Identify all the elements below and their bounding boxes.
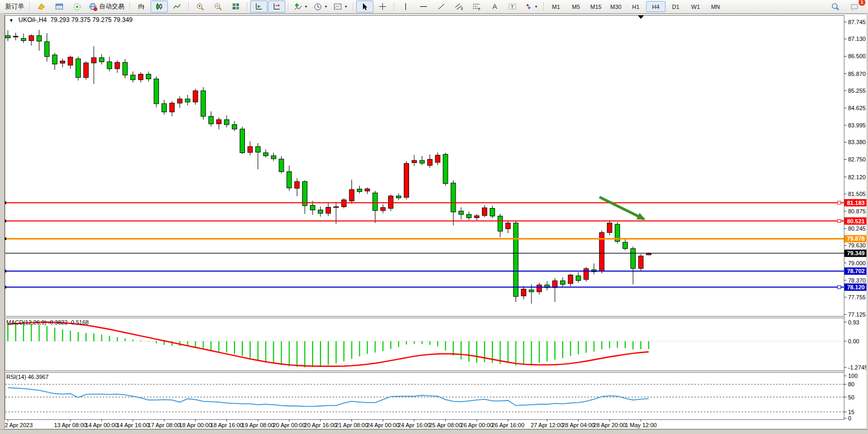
- fibonacci-icon[interactable]: F: [468, 1, 486, 13]
- svg-text:100: 100: [848, 373, 858, 379]
- vertical-line-icon[interactable]: [397, 1, 414, 13]
- tile-windows-icon[interactable]: [227, 1, 244, 13]
- text-label-icon[interactable]: T: [504, 1, 521, 13]
- svg-text:50: 50: [848, 394, 854, 400]
- candle-body: [357, 189, 362, 192]
- candle-body: [107, 62, 112, 69]
- svg-text:82.120: 82.120: [848, 174, 866, 180]
- chart-menu-toggle-icon[interactable]: ▼: [9, 18, 14, 23]
- equidistant-channel-icon[interactable]: E: [451, 1, 468, 13]
- tf-m1-button[interactable]: M1: [546, 1, 566, 12]
- tf-m30-button[interactable]: M30: [606, 1, 626, 12]
- candle-body: [475, 216, 479, 218]
- svg-text:17 Apr 08:00: 17 Apr 08:00: [148, 422, 180, 428]
- macd-main-value: -0.3822: [48, 319, 67, 326]
- svg-text:15: 15: [848, 409, 854, 415]
- chat-button[interactable]: 1: [846, 1, 863, 13]
- auto-trading-button[interactable]: 自动交易: [86, 1, 127, 13]
- tf-w1-button[interactable]: W1: [686, 1, 705, 12]
- macd-signal-value: -0.5168: [69, 319, 89, 326]
- svg-text:78.370: 78.370: [848, 277, 866, 284]
- candle-body: [193, 91, 198, 102]
- candle-body: [482, 208, 487, 215]
- candle-body: [638, 256, 643, 268]
- zoom-in-icon[interactable]: [191, 1, 209, 13]
- svg-text:0.00: 0.00: [848, 338, 859, 344]
- candle-body: [303, 182, 307, 206]
- toolbar-separator: [288, 2, 288, 11]
- new-order-button[interactable]: 新订单: [3, 1, 27, 13]
- line-handle[interactable]: [838, 286, 841, 289]
- candle-body: [68, 57, 73, 65]
- tf-m15-button[interactable]: M15: [586, 1, 606, 12]
- candle-body: [443, 155, 448, 184]
- candle-body: [529, 290, 534, 292]
- signals-icon[interactable]: [68, 1, 85, 13]
- candle-body: [498, 216, 502, 231]
- ohlc-open: 79.293: [50, 16, 70, 24]
- auto-scroll-icon[interactable]: [250, 1, 267, 13]
- data-window-icon[interactable]: [50, 1, 68, 13]
- line-handle[interactable]: [838, 201, 841, 204]
- trendline-icon[interactable]: [433, 1, 450, 13]
- horizontal-line-icon[interactable]: [415, 1, 432, 13]
- candle-body: [381, 208, 385, 211]
- svg-text:77.125: 77.125: [848, 311, 866, 318]
- svg-text:12 Apr 2023: 12 Apr 2023: [2, 422, 33, 428]
- tf-h4-button[interactable]: H4: [646, 1, 666, 12]
- bar-chart-icon[interactable]: [133, 1, 150, 13]
- indicators-icon[interactable]: ▼: [291, 1, 310, 13]
- svg-text:E: E: [461, 7, 463, 10]
- crosshair-icon[interactable]: [374, 1, 391, 13]
- svg-text:79.878: 79.878: [847, 235, 865, 242]
- dropdown-caret-icon: ▼: [304, 5, 308, 8]
- market-watch-icon[interactable]: [33, 1, 50, 13]
- templates-icon[interactable]: ▼: [331, 1, 350, 13]
- svg-text:83.995: 83.995: [848, 122, 866, 128]
- chart-shift-icon[interactable]: [268, 1, 285, 13]
- mt4-terminal-window: 新订单 自动交易: [0, 0, 868, 434]
- svg-text:F: F: [478, 7, 480, 10]
- candle-body: [631, 248, 636, 268]
- svg-text:81.505: 81.505: [848, 191, 866, 197]
- candle-body: [373, 193, 378, 211]
- cursor-icon[interactable]: [356, 1, 373, 13]
- svg-text:87.745: 87.745: [848, 19, 866, 25]
- chart-canvas[interactable]: 10080501500.930.00-1.274581.18380.52179.…: [0, 0, 868, 434]
- candle-body: [334, 207, 338, 208]
- search-icon[interactable]: [827, 1, 844, 13]
- svg-text:26 Apr 16:00: 26 Apr 16:00: [491, 422, 524, 428]
- chart-symbol-period: UKOil-,H4: [18, 16, 47, 24]
- candlestick-chart-icon[interactable]: [151, 1, 168, 13]
- line-handle[interactable]: [838, 220, 841, 223]
- candle-body: [560, 281, 565, 285]
- text-icon[interactable]: A: [486, 1, 503, 13]
- chart-title: ▼ UKOil-,H4 79.293 79.375 79.275 79.349: [7, 16, 134, 24]
- svg-text:24 Apr 00:00: 24 Apr 00:00: [367, 422, 399, 428]
- svg-text:21 Apr 08:00: 21 Apr 08:00: [335, 422, 368, 428]
- candle-body: [310, 205, 315, 210]
- line-chart-icon[interactable]: [168, 1, 186, 13]
- zoom-out-icon[interactable]: [209, 1, 227, 13]
- arrows-icon[interactable]: ▼: [522, 1, 541, 13]
- candle-body: [326, 207, 330, 213]
- svg-text:80.875: 80.875: [848, 208, 866, 214]
- periods-icon[interactable]: ▼: [311, 1, 330, 13]
- candle-body: [397, 196, 401, 198]
- notification-badge: 1: [858, 0, 866, 6]
- svg-text:A: A: [492, 3, 497, 10]
- tf-d1-button[interactable]: D1: [666, 1, 685, 12]
- macd-panel[interactable]: [5, 318, 844, 371]
- svg-text:28 Apr 20:00: 28 Apr 20:00: [593, 422, 626, 428]
- tf-m5-button[interactable]: M5: [566, 1, 586, 12]
- svg-text:28 Apr 04:00: 28 Apr 04:00: [562, 422, 595, 428]
- candle-body: [513, 223, 518, 296]
- candle-body: [123, 62, 127, 75]
- tf-mn-button[interactable]: MN: [706, 1, 725, 12]
- candle-body: [584, 269, 588, 279]
- svg-text:78.120: 78.120: [847, 284, 865, 290]
- svg-text:79.349: 79.349: [847, 250, 865, 256]
- tf-h1-button[interactable]: H1: [626, 1, 646, 12]
- rsi-value: 46.3967: [28, 374, 49, 380]
- toolbar-separator: [188, 2, 189, 11]
